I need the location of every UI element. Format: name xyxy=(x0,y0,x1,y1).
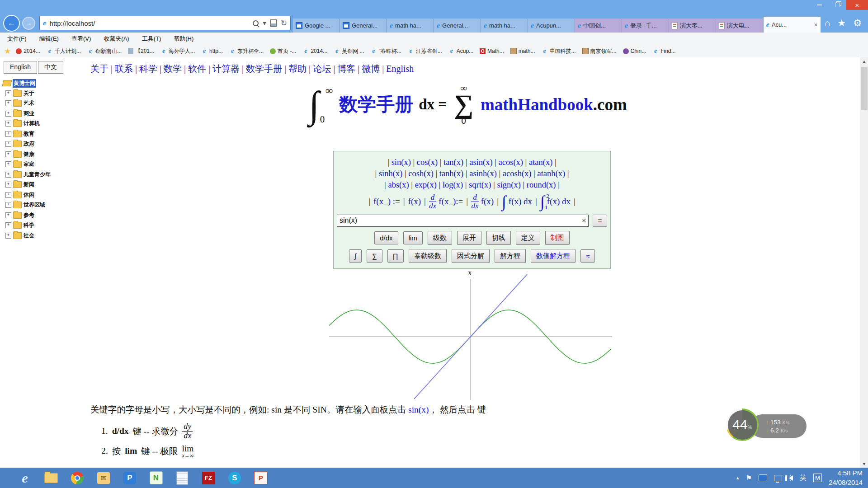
favorite-item[interactable]: Find... xyxy=(649,47,679,55)
definite-integral-link[interactable]: ∫21 f(x) dx xyxy=(540,194,571,209)
tab-close-icon[interactable]: × xyxy=(814,21,817,28)
search-dropdown-caret-icon[interactable]: ▾ xyxy=(263,19,266,27)
function-link[interactable]: sinh(x) xyxy=(379,169,402,178)
function-link[interactable]: asin(x) xyxy=(469,158,492,167)
panel-button[interactable]: 级数 xyxy=(428,231,452,245)
tree-item[interactable]: + 世界区域 xyxy=(5,200,86,211)
volume-icon[interactable] xyxy=(789,475,793,481)
tree-root-label[interactable]: 黄博士网 xyxy=(13,79,36,88)
favorite-item[interactable]: 千人计划... xyxy=(43,47,84,55)
brand-name[interactable]: mathHandbook xyxy=(481,95,593,114)
clear-input-icon[interactable]: × xyxy=(582,216,586,224)
taskbar-app-icon[interactable]: FZ xyxy=(195,468,222,488)
panel-button[interactable]: 因式分解 xyxy=(452,249,490,263)
browser-tab[interactable]: 登录--千... xyxy=(622,19,669,33)
taskbar-app-icon[interactable]: e xyxy=(12,468,38,488)
expand-icon[interactable]: + xyxy=(5,233,11,239)
tree-item[interactable]: + 政府 xyxy=(5,139,86,150)
tree-item[interactable]: + 参考 xyxy=(5,210,86,221)
expand-icon[interactable]: + xyxy=(5,90,11,96)
panel-button[interactable]: ≈ xyxy=(580,249,595,263)
menu-item[interactable]: 工具(T) xyxy=(142,35,161,43)
favorite-item[interactable]: math... xyxy=(507,47,538,55)
panel-button[interactable]: ∑ xyxy=(367,249,382,263)
tree-item[interactable]: + 休闲 xyxy=(5,190,86,200)
site-nav-link[interactable]: English xyxy=(386,64,414,74)
minimize-button[interactable] xyxy=(810,0,828,10)
tree-item[interactable]: + 社会 xyxy=(5,230,86,241)
favorite-item[interactable]: 英创网 ... xyxy=(330,47,367,55)
tree-item[interactable]: + 科学 xyxy=(5,221,86,231)
site-nav-link[interactable]: 论坛 xyxy=(313,64,331,74)
browser-tab[interactable]: General... xyxy=(434,19,481,33)
home-icon[interactable]: ⌂ xyxy=(825,18,830,28)
function-link[interactable]: atanh(x) xyxy=(537,169,565,178)
expand-icon[interactable]: + xyxy=(5,172,11,178)
language-tab[interactable]: English xyxy=(4,61,37,74)
network-icon[interactable] xyxy=(774,475,782,481)
function-link[interactable]: abs(x) xyxy=(388,180,409,189)
panel-button[interactable]: 泰勒级数 xyxy=(409,249,447,263)
favorite-item[interactable]: 南京领军... xyxy=(579,47,620,55)
panel-button[interactable]: 切线 xyxy=(486,231,511,245)
taskbar-app-icon[interactable]: P xyxy=(117,468,143,488)
expand-icon[interactable]: + xyxy=(5,192,11,198)
favorite-item[interactable]: 【201... xyxy=(125,47,157,55)
action-center-flag-icon[interactable]: ⚑ xyxy=(745,474,751,482)
browser-tab[interactable]: 演大电... xyxy=(716,19,763,33)
favorite-item[interactable]: 2014... xyxy=(299,47,330,55)
panel-button[interactable]: 定义 xyxy=(516,231,540,245)
function-link[interactable]: cosh(x) xyxy=(408,169,433,178)
back-button[interactable]: ← xyxy=(3,15,20,32)
favorite-item[interactable]: 首页 -... xyxy=(267,47,299,55)
taskbar-app-icon[interactable] xyxy=(169,468,195,488)
derivative-link[interactable]: ddx f(x) xyxy=(471,193,494,210)
browser-tab[interactable]: math ha... xyxy=(481,19,528,33)
browser-tab[interactable]: 演大零... xyxy=(669,19,716,33)
panel-button[interactable]: 数值解方程 xyxy=(531,249,576,263)
function-link[interactable]: tan(x) xyxy=(443,158,463,167)
tree-item[interactable]: + 健康 xyxy=(5,149,86,160)
compatibility-view-icon[interactable] xyxy=(270,19,277,27)
browser-tab[interactable]: Acu... × xyxy=(763,16,821,33)
favorite-item[interactable]: Math... xyxy=(476,47,507,55)
favorite-item[interactable]: "春晖杯... xyxy=(367,47,404,55)
function-link[interactable]: round(x) xyxy=(527,180,556,189)
tree-item[interactable]: + 家庭 xyxy=(5,160,86,170)
function-link[interactable]: exp(x) xyxy=(415,180,437,189)
address-bar[interactable]: e http://localhost/ ▾ ↻ xyxy=(39,16,291,30)
menu-item[interactable]: 文件(F) xyxy=(7,35,27,43)
function-link[interactable]: cos(x) xyxy=(417,158,438,167)
expand-icon[interactable]: + xyxy=(5,222,11,228)
function-link[interactable]: acosh(x) xyxy=(503,169,532,178)
favorite-item[interactable]: 海外学人... xyxy=(157,47,198,55)
site-nav-link[interactable]: 数学 xyxy=(164,64,182,74)
browser-tab[interactable]: math ha... xyxy=(387,19,434,33)
function-link[interactable]: sin(x) xyxy=(392,158,411,167)
menu-item[interactable]: 收藏夹(A) xyxy=(104,35,129,43)
menu-item[interactable]: 查看(V) xyxy=(71,35,91,43)
taskbar-app-icon[interactable]: P xyxy=(248,468,274,488)
panel-button[interactable]: 制图 xyxy=(545,231,570,245)
ime-indicator[interactable]: M xyxy=(813,474,822,482)
function-link[interactable]: asinh(x) xyxy=(469,169,497,178)
expand-icon[interactable]: + xyxy=(5,212,11,218)
expand-icon[interactable]: + xyxy=(5,182,11,188)
function-link[interactable]: atan(x) xyxy=(529,158,552,167)
favorite-item[interactable]: 创新南山... xyxy=(84,47,125,55)
expand-icon[interactable]: + xyxy=(5,151,11,157)
expand-icon[interactable]: + xyxy=(5,121,11,127)
function-link[interactable]: sqrt(x) xyxy=(469,180,491,189)
panel-button[interactable]: d/dx xyxy=(374,231,398,244)
usb-device-icon[interactable] xyxy=(759,474,767,481)
settings-gear-icon[interactable]: ⚙ xyxy=(853,18,862,28)
restore-button[interactable] xyxy=(828,0,846,10)
site-nav-link[interactable]: 软件 xyxy=(188,64,206,74)
expression-input[interactable] xyxy=(337,215,589,227)
browser-tab[interactable]: General... xyxy=(340,19,387,33)
favorite-item[interactable]: http... xyxy=(198,47,226,55)
site-nav-link[interactable]: 联系 xyxy=(115,64,133,74)
scroll-down-icon[interactable]: ▼ xyxy=(860,460,868,468)
sinx-inline-link[interactable]: sin(x) xyxy=(408,405,429,414)
function-link[interactable]: log(x) xyxy=(443,180,463,189)
